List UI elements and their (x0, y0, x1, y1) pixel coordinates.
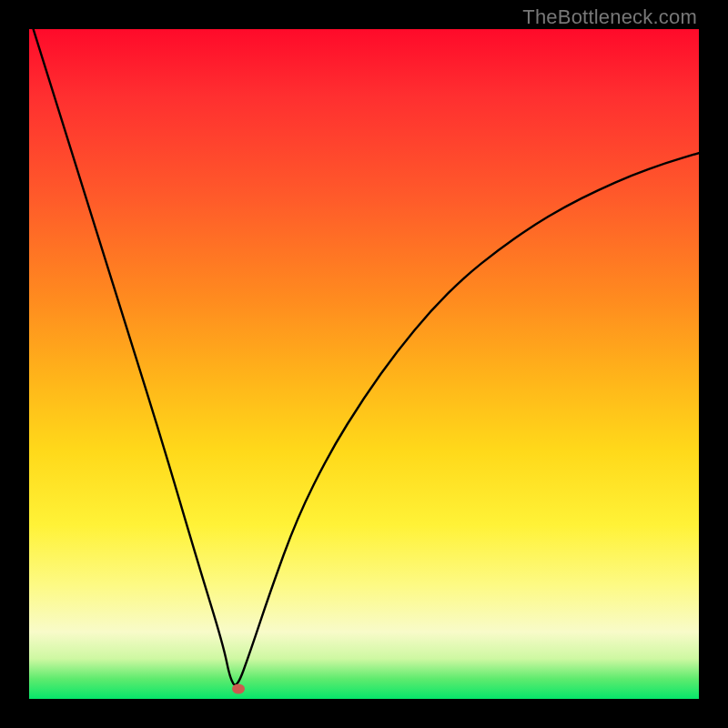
curve-path (29, 29, 699, 685)
minimum-marker (232, 683, 245, 693)
plot-area (29, 29, 699, 699)
bottleneck-curve (29, 29, 699, 699)
chart-frame: TheBottleneck.com (0, 0, 728, 728)
watermark-text: TheBottleneck.com (522, 5, 697, 29)
